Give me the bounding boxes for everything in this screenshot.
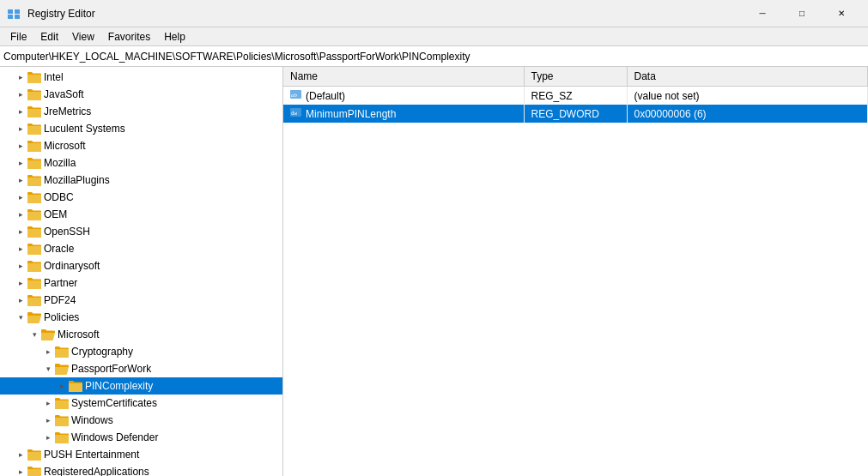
tree-expander[interactable]: ▸ [14,120,27,137]
tree-expander[interactable]: ▸ [14,69,27,86]
menu-item-help[interactable]: Help [157,29,192,45]
tree-expander[interactable]: ▸ [41,395,55,412]
tree-item-push[interactable]: ▸ PUSH Entertainment [0,446,282,463]
folder-icon [69,379,82,393]
tree-item-intel[interactable]: ▸ Intel [0,69,282,86]
tree-item-jremetrics[interactable]: ▸ JreMetrics [0,103,282,120]
menu-item-favorites[interactable]: Favorites [101,29,157,45]
tree-expander[interactable]: ▸ [14,292,27,309]
tree-item-mozilla[interactable]: ▸ Mozilla [0,154,282,172]
tree-label: Windows Defender [71,431,158,443]
tree-expander[interactable]: ▸ [41,429,55,446]
tree-item-openssh[interactable]: ▸ OpenSSH [0,223,282,240]
tree-item-ordinarysoft[interactable]: ▸ Ordinarysoft [0,257,282,274]
tree-item-pincomplexity[interactable]: ▸ PINComplexity [0,377,282,395]
tree-expander[interactable]: ▸ [14,172,27,189]
tree-label: Ordinarysoft [44,260,100,272]
tree-item-oem[interactable]: ▸ OEM [0,206,282,223]
tree-label: Cryptography [71,346,133,358]
tree-item-windows[interactable]: ▸ Windows [0,412,282,429]
tree-label: MozillaPlugins [44,174,110,186]
folder-icon [27,208,41,221]
tree-expander[interactable]: ▸ [14,257,27,274]
tree-label: JavaSoft [44,88,84,100]
tree-label: SystemCertificates [71,397,157,409]
tree-item-odbc[interactable]: ▸ ODBC [0,189,282,206]
tree-item-systemcertificates[interactable]: ▸ SystemCertificates [0,395,282,412]
tree-expander[interactable]: ▸ [14,274,27,292]
tree-expander[interactable]: ▸ [14,240,27,257]
menu-item-edit[interactable]: Edit [33,29,65,45]
tree-label: RegisteredApplications [44,466,149,476]
tree-label: Partner [44,277,77,289]
tree-expander[interactable]: ▸ [14,154,27,172]
tree-label: PDF24 [44,294,76,306]
tree-expander[interactable]: ▸ [41,412,55,429]
address-path: Computer\HKEY_LOCAL_MACHINE\SOFTWARE\Pol… [3,51,470,63]
folder-icon [27,105,41,118]
tree-expander[interactable]: ▾ [14,309,27,326]
col-header-data: Data [627,67,868,87]
reg-type-cell: REG_SZ [524,87,627,105]
tree-item-passportforwork[interactable]: ▾ PassportForWork [0,360,282,377]
reg-name-text: (Default) [306,90,345,102]
folder-icon [55,396,69,410]
tree-expander[interactable]: ▸ [14,446,27,463]
tree-item-javasoft[interactable]: ▸ JavaSoft [0,86,282,103]
folder-icon [27,156,41,170]
menu-item-file[interactable]: File [3,29,33,45]
window-controls: ─ □ ✕ [743,0,861,27]
reg-type-icon: ab [290,89,302,102]
svg-rect-1 [15,9,20,14]
tree-item-policies-microsoft[interactable]: ▾ Microsoft [0,326,282,343]
tree-expander[interactable]: ▸ [14,137,27,154]
reg-data-cell: 0x00000006 (6) [627,105,868,123]
tree-item-oracle[interactable]: ▸ Oracle [0,240,282,257]
menu-item-view[interactable]: View [65,29,101,45]
minimize-button[interactable]: ─ [743,0,782,27]
table-row[interactable]: dw MinimumPINLengthREG_DWORD0x00000006 (… [283,105,868,123]
registry-table: Name Type Data ab (Default)REG_SZ(value … [283,67,868,123]
folder-icon [55,362,69,376]
tree-expander[interactable]: ▸ [14,189,27,206]
folder-icon [27,276,41,290]
tree-label: PUSH Entertainment [44,449,139,461]
tree-item-windowsdefender[interactable]: ▸ Windows Defender [0,429,282,446]
tree-label: PINComplexity [85,380,153,392]
tree-expander[interactable]: ▸ [14,103,27,120]
tree-item-registeredapps[interactable]: ▸ RegisteredApplications [0,463,282,476]
tree-item-microsoft[interactable]: ▸ Microsoft [0,137,282,154]
folder-icon [27,139,41,153]
table-row[interactable]: ab (Default)REG_SZ(value not set) [283,87,868,105]
tree-item-mozillaplugins[interactable]: ▸ MozillaPlugins [0,172,282,189]
tree-item-policies[interactable]: ▾ Policies [0,309,282,326]
registry-panel: Name Type Data ab (Default)REG_SZ(value … [283,67,868,476]
svg-rect-0 [8,9,13,14]
tree-expander[interactable]: ▸ [14,223,27,240]
tree-item-cryptography[interactable]: ▸ Cryptography [0,343,282,360]
close-button[interactable]: ✕ [822,0,861,27]
tree-panel[interactable]: ▸ Intel▸ JavaSoft▸ JreMetrics▸ Luculent … [0,67,283,476]
folder-icon [27,190,41,204]
tree-expander[interactable]: ▸ [14,86,27,103]
svg-text:ab: ab [291,92,298,99]
tree-label: Windows [71,414,113,426]
tree-expander[interactable]: ▸ [55,377,69,395]
folder-icon [27,259,41,273]
tree-label: PassportForWork [71,363,151,375]
tree-label: JreMetrics [44,105,91,117]
tree-item-partner[interactable]: ▸ Partner [0,274,282,292]
folder-icon [41,328,55,341]
tree-expander[interactable]: ▸ [41,343,55,360]
tree-item-pdf24[interactable]: ▸ PDF24 [0,292,282,309]
reg-name-cell: ab (Default) [283,87,524,105]
maximize-button[interactable]: □ [782,0,822,27]
reg-name-cell: dw MinimumPINLength [283,105,524,123]
tree-expander[interactable]: ▾ [41,360,55,377]
tree-expander[interactable]: ▸ [14,206,27,223]
reg-type-icon: dw [290,107,302,120]
tree-expander[interactable]: ▾ [27,326,41,343]
tree-item-luculent[interactable]: ▸ Luculent Systems [0,120,282,137]
folder-icon [27,225,41,238]
tree-expander[interactable]: ▸ [14,463,27,476]
